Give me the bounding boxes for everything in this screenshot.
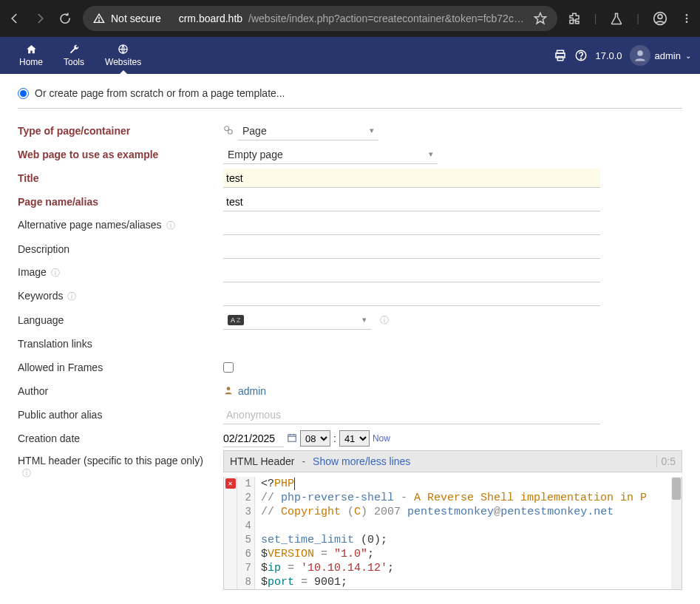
page-content: Or create page from scratch or from a pa… — [0, 74, 700, 603]
info-icon: ⓘ — [51, 268, 60, 278]
address-bar[interactable]: Not secure crm.board.htb/website/index.p… — [83, 6, 557, 31]
nav-home[interactable]: Home — [9, 41, 53, 70]
url-path: /website/index.php?action=createcontaine… — [248, 13, 528, 24]
user-menu[interactable]: admin ⌄ — [630, 45, 691, 66]
line-number-gutter: 12345678 — [237, 477, 255, 589]
svg-point-12 — [581, 58, 582, 59]
from-scratch-label: Or create page from scratch or from a pa… — [35, 87, 285, 99]
code-editor-title: HTML Header — [230, 455, 294, 467]
toggle-lines-link[interactable]: Show more/less lines — [313, 455, 410, 467]
warning-icon — [93, 13, 105, 24]
nav-websites-label: Websites — [105, 57, 141, 67]
keywords-input[interactable] — [223, 287, 600, 306]
divider — [18, 108, 682, 109]
profile-icon[interactable] — [653, 11, 667, 26]
chevron-down-icon: ⌄ — [685, 52, 691, 60]
home-icon — [26, 44, 37, 57]
star-icon[interactable] — [534, 12, 547, 25]
info-icon: ⓘ — [22, 468, 31, 478]
label-desc: Description — [18, 243, 223, 255]
error-gutter: ✕ — [224, 477, 237, 589]
forward-button[interactable] — [33, 11, 47, 26]
svg-point-6 — [686, 21, 688, 23]
minute-select[interactable]: 41 — [339, 430, 370, 447]
label-example: Web page to use as example — [18, 149, 223, 160]
svg-point-14 — [225, 126, 229, 130]
code-editor[interactable]: ✕ 12345678 <?PHP // php-reverse-shell - … — [223, 477, 682, 590]
calendar-icon[interactable] — [287, 432, 297, 445]
wrench-icon — [69, 44, 80, 57]
language-select[interactable]: AZ — [223, 311, 371, 330]
label-trans: Translation links — [18, 338, 223, 350]
label-img: Imageⓘ — [18, 266, 223, 279]
label-html-header: HTML header (specific to this page only)… — [18, 450, 223, 480]
alias-input[interactable] — [223, 192, 600, 211]
title-input[interactable] — [223, 169, 600, 188]
frames-checkbox[interactable] — [223, 362, 234, 373]
info-icon: ⓘ — [67, 291, 76, 302]
avatar — [630, 45, 650, 66]
code-editor-header: HTML Header - Show more/less lines 0:5 — [223, 450, 682, 472]
version-label: 17.0.0 — [595, 50, 622, 61]
separator: | — [636, 13, 639, 24]
label-alt: Alternative page names/aliasesⓘ — [18, 219, 223, 232]
back-button[interactable] — [7, 11, 22, 26]
cursor-position: 0:5 — [656, 455, 676, 467]
browser-toolbar: Not secure crm.board.htb/website/index.p… — [0, 0, 700, 37]
gear-icon — [223, 125, 234, 138]
nav-tools[interactable]: Tools — [53, 41, 95, 70]
user-icon — [223, 385, 234, 398]
author-link[interactable]: admin — [223, 385, 266, 398]
svg-point-15 — [228, 129, 232, 134]
image-input[interactable] — [223, 263, 600, 282]
help-icon[interactable] — [574, 49, 588, 62]
svg-point-1 — [98, 21, 99, 21]
svg-point-3 — [658, 15, 662, 19]
label-alias: Page name/alias — [18, 196, 223, 208]
security-label: Not secure — [111, 13, 161, 24]
info-icon: ⓘ — [166, 220, 175, 231]
extensions-icon[interactable] — [568, 12, 581, 25]
error-marker[interactable]: ✕ — [225, 478, 236, 489]
alt-aliases-input[interactable] — [223, 216, 600, 235]
label-kw: Keywordsⓘ — [18, 290, 223, 303]
reload-button[interactable] — [58, 11, 72, 26]
hour-select[interactable]: 08 — [300, 430, 330, 447]
label-created: Creation date — [18, 432, 223, 444]
svg-point-5 — [686, 18, 688, 20]
app-navbar: Home Tools Websites 17.0.0 admin ⌄ — [0, 37, 700, 74]
date-input[interactable] — [223, 430, 284, 447]
scrollbar[interactable] — [671, 477, 682, 589]
info-icon: ⓘ — [380, 314, 389, 327]
svg-point-13 — [637, 50, 643, 56]
print-icon[interactable] — [554, 49, 567, 62]
example-select[interactable]: Empty page — [223, 145, 438, 164]
type-select[interactable]: Page — [238, 121, 378, 140]
label-lang: Language — [18, 314, 223, 326]
label-author: Author — [18, 385, 223, 397]
kebab-menu-icon[interactable] — [681, 12, 693, 25]
public-author-input[interactable] — [223, 405, 600, 424]
label-title: Title — [18, 172, 223, 184]
code-content[interactable]: <?PHP // php-reverse-shell - A Reverse S… — [255, 477, 682, 589]
label-pubauth: Public author alias — [18, 409, 223, 421]
svg-point-4 — [686, 14, 688, 16]
nav-tools-label: Tools — [64, 57, 84, 67]
svg-point-16 — [227, 387, 231, 390]
svg-rect-17 — [288, 434, 296, 441]
label-frames: Allowed in Frames — [18, 362, 223, 373]
url-host: crm.board.htb — [179, 13, 242, 24]
now-link[interactable]: Now — [373, 433, 390, 444]
user-name: admin — [655, 50, 681, 61]
nav-websites[interactable]: Websites — [95, 41, 152, 70]
nav-home-label: Home — [19, 57, 43, 67]
label-type: Type of page/container — [18, 125, 223, 137]
from-scratch-radio[interactable] — [18, 88, 29, 99]
separator: | — [594, 13, 597, 24]
flask-icon[interactable] — [610, 12, 623, 25]
globe-icon — [118, 44, 129, 57]
language-badge-icon: AZ — [228, 315, 244, 325]
description-input[interactable] — [223, 240, 600, 259]
